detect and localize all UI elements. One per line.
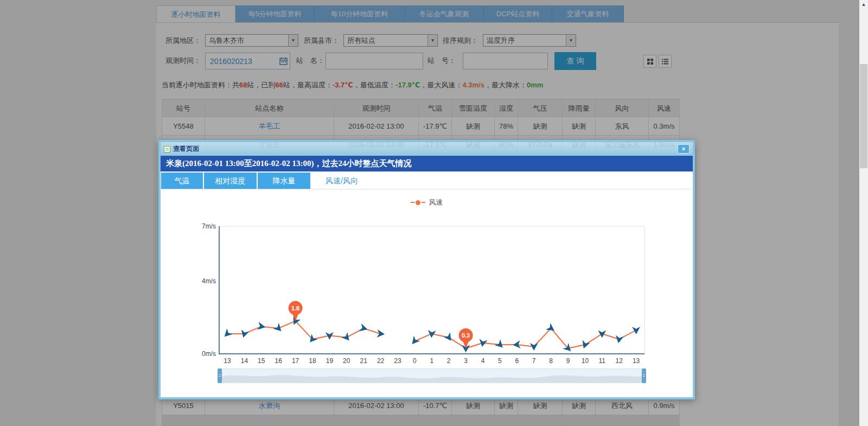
svg-text:1.8: 1.8: [291, 305, 299, 311]
dialog-titlebar[interactable]: 查看页面 ×: [161, 142, 693, 156]
svg-text:20: 20: [343, 357, 350, 365]
dialog-body: 气温相对湿度降水量风速/风向 风速 0m/s4m/s7m/s1314151617…: [161, 171, 693, 397]
wind-speed-chart: 0m/s4m/s7m/s1314151617181920212223012345…: [200, 221, 650, 367]
scrollbar-thumb[interactable]: [860, 64, 867, 168]
datazoom-slider[interactable]: [219, 368, 644, 383]
svg-text:0: 0: [413, 357, 417, 365]
chart-tab[interactable]: 降水量: [258, 173, 310, 189]
scroll-up-icon[interactable]: ▲: [859, 0, 868, 9]
svg-text:7m/s: 7m/s: [202, 222, 216, 230]
page-scrollbar[interactable]: ▲: [859, 0, 868, 426]
dialog-header: 米泉(2016-02-01 13:00至2016-02-02 13:00)，过去…: [161, 156, 693, 171]
svg-text:16: 16: [275, 357, 283, 365]
svg-text:7: 7: [532, 357, 536, 365]
page-icon: [164, 146, 170, 152]
svg-text:17: 17: [292, 357, 299, 365]
svg-text:0m/s: 0m/s: [202, 350, 216, 358]
svg-text:21: 21: [360, 357, 368, 365]
svg-text:10: 10: [582, 357, 589, 365]
datazoom-left-handle[interactable]: [218, 368, 222, 383]
legend-marker-icon: [411, 200, 425, 205]
svg-text:4m/s: 4m/s: [202, 277, 216, 285]
svg-text:22: 22: [377, 357, 385, 365]
svg-text:13: 13: [224, 357, 231, 365]
svg-text:9: 9: [566, 357, 570, 365]
svg-text:0.3: 0.3: [462, 332, 470, 339]
datazoom-right-handle[interactable]: [642, 368, 646, 383]
svg-text:11: 11: [599, 357, 606, 365]
legend-label: 风速: [429, 198, 443, 207]
svg-text:23: 23: [394, 357, 401, 365]
view-dialog: 查看页面 × 米泉(2016-02-01 13:00至2016-02-02 13…: [158, 140, 695, 399]
svg-text:2: 2: [447, 357, 451, 365]
svg-text:6: 6: [515, 357, 519, 365]
svg-text:5: 5: [498, 357, 502, 365]
chart-legend[interactable]: 风速: [161, 198, 693, 207]
svg-text:15: 15: [258, 357, 265, 365]
dialog-title: 查看页面: [173, 144, 199, 154]
chart-tab-bar: 气温相对湿度降水量风速/风向: [161, 173, 692, 189]
svg-text:14: 14: [241, 357, 248, 365]
chart-tab[interactable]: 气温: [161, 173, 203, 189]
svg-text:1: 1: [430, 357, 433, 365]
svg-text:12: 12: [616, 357, 623, 365]
svg-text:18: 18: [309, 357, 316, 365]
close-button[interactable]: ×: [678, 144, 690, 154]
chart-tab[interactable]: 相对湿度: [204, 173, 257, 189]
svg-text:4: 4: [481, 357, 485, 365]
chart-tab[interactable]: 风速/风向: [311, 173, 372, 189]
svg-text:8: 8: [549, 357, 553, 365]
svg-text:13: 13: [633, 357, 640, 365]
svg-text:3: 3: [464, 357, 468, 365]
svg-text:19: 19: [326, 357, 334, 365]
datazoom-preview-icon: [220, 369, 644, 383]
